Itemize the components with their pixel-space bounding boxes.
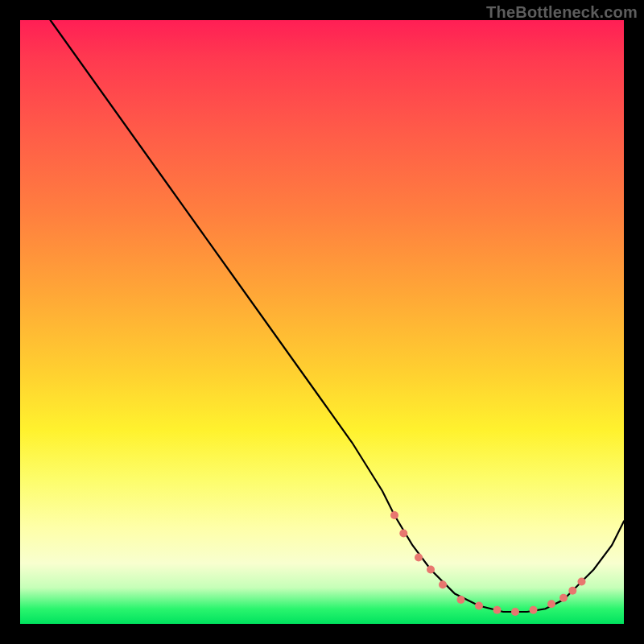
watermark-label: TheBottleneck.com: [486, 3, 638, 22]
marker-dot: [511, 608, 519, 616]
marker-dot: [457, 596, 465, 604]
marker-dot: [578, 578, 586, 586]
plot-area: [20, 20, 624, 624]
bottleneck-curve: [51, 20, 625, 612]
marker-dot: [390, 511, 398, 519]
marker-dot: [568, 587, 576, 595]
marker-dot: [530, 606, 538, 614]
marker-dot: [415, 554, 423, 562]
chart-frame: TheBottleneck.com: [0, 0, 644, 644]
marker-dot: [399, 530, 407, 538]
marker-dot: [475, 602, 483, 610]
marker-dot: [547, 600, 555, 608]
marker-dot: [559, 594, 568, 602]
bottleneck-range-dots: [390, 511, 586, 616]
marker-dot: [439, 580, 447, 588]
curve-layer: [20, 20, 624, 624]
marker-dot: [493, 606, 502, 614]
marker-dot: [427, 566, 435, 574]
